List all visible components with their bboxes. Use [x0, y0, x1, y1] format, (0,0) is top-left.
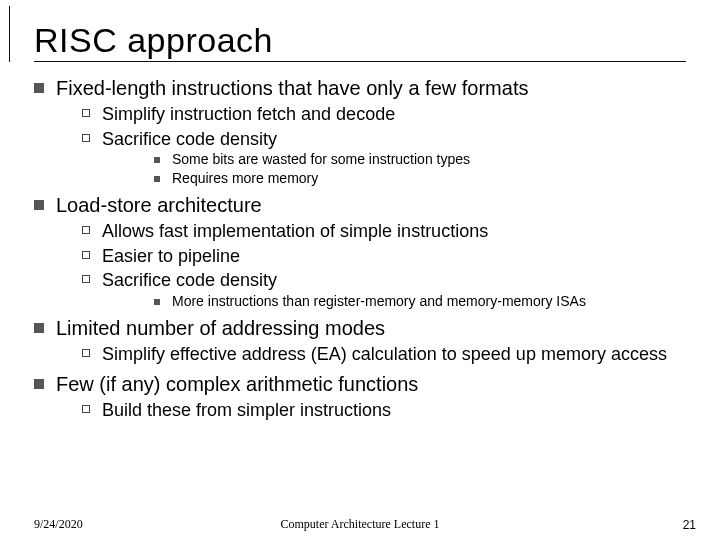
sub-bullet-text: Easier to pipeline — [102, 245, 240, 268]
sub-bullet-text: Sacrifice code density — [102, 269, 277, 292]
hollow-square-bullet-icon — [82, 275, 90, 283]
small-square-bullet-icon — [154, 299, 160, 305]
bullet-text: Load-store architecture — [56, 193, 262, 218]
sub-bullet-text: Allows fast implementation of simple ins… — [102, 220, 488, 243]
square-bullet-icon — [34, 200, 44, 210]
bullet-text: Few (if any) complex arithmetic function… — [56, 372, 418, 397]
bullet-item: Fixed-length instructions that have only… — [34, 76, 686, 101]
bullet-item: Load-store architecture — [34, 193, 686, 218]
sub-bullet-text: Simplify instruction fetch and decode — [102, 103, 395, 126]
sub-bullet-list: Simplify effective address (EA) calculat… — [82, 343, 686, 366]
small-square-bullet-icon — [154, 157, 160, 163]
subsub-bullet-item: Some bits are wasted for some instructio… — [154, 151, 686, 169]
sub-bullet-list: Allows fast implementation of simple ins… — [82, 220, 686, 292]
sub-bullet-item: Sacrifice code density — [82, 128, 686, 151]
hollow-square-bullet-icon — [82, 109, 90, 117]
square-bullet-icon — [34, 379, 44, 389]
slide: RISC approach Fixed-length instructions … — [0, 2, 720, 540]
subsub-bullet-text: More instructions than register-memory a… — [172, 293, 586, 311]
sub-bullet-item: Easier to pipeline — [82, 245, 686, 268]
subsub-bullet-list: More instructions than register-memory a… — [154, 293, 686, 311]
hollow-square-bullet-icon — [82, 251, 90, 259]
sub-bullet-item: Allows fast implementation of simple ins… — [82, 220, 686, 243]
sub-bullet-text: Build these from simpler instructions — [102, 399, 391, 422]
subsub-bullet-text: Requires more memory — [172, 170, 318, 188]
slide-title: RISC approach — [34, 21, 273, 60]
sub-bullet-item: Build these from simpler instructions — [82, 399, 686, 422]
subsub-bullet-item: More instructions than register-memory a… — [154, 293, 686, 311]
subsub-bullet-item: Requires more memory — [154, 170, 686, 188]
sub-bullet-item: Simplify instruction fetch and decode — [82, 103, 686, 126]
sub-bullet-item: Sacrifice code density — [82, 269, 686, 292]
bullet-text: Limited number of addressing modes — [56, 316, 385, 341]
bullet-item: Few (if any) complex arithmetic function… — [34, 372, 686, 397]
hollow-square-bullet-icon — [82, 405, 90, 413]
hollow-square-bullet-icon — [82, 349, 90, 357]
bullet-list: Few (if any) complex arithmetic function… — [34, 372, 686, 397]
sub-bullet-list: Simplify instruction fetch and decode Sa… — [82, 103, 686, 150]
small-square-bullet-icon — [154, 176, 160, 182]
sub-bullet-item: Simplify effective address (EA) calculat… — [82, 343, 686, 366]
slide-footer: 9/24/2020 Computer Architecture Lecture … — [0, 517, 720, 532]
subsub-bullet-list: Some bits are wasted for some instructio… — [154, 151, 686, 187]
subsub-bullet-text: Some bits are wasted for some instructio… — [172, 151, 470, 169]
sub-bullet-list: Build these from simpler instructions — [82, 399, 686, 422]
sub-bullet-text: Sacrifice code density — [102, 128, 277, 151]
bullet-list: Load-store architecture — [34, 193, 686, 218]
square-bullet-icon — [34, 83, 44, 93]
footer-title: Computer Architecture Lecture 1 — [0, 517, 720, 532]
sub-bullet-text: Simplify effective address (EA) calculat… — [102, 343, 667, 366]
bullet-list: Fixed-length instructions that have only… — [34, 76, 686, 101]
bullet-list: Limited number of addressing modes — [34, 316, 686, 341]
bullet-text: Fixed-length instructions that have only… — [56, 76, 528, 101]
title-rule: RISC approach — [34, 2, 686, 62]
square-bullet-icon — [34, 323, 44, 333]
slide-body: Fixed-length instructions that have only… — [34, 62, 686, 421]
hollow-square-bullet-icon — [82, 226, 90, 234]
bullet-item: Limited number of addressing modes — [34, 316, 686, 341]
hollow-square-bullet-icon — [82, 134, 90, 142]
